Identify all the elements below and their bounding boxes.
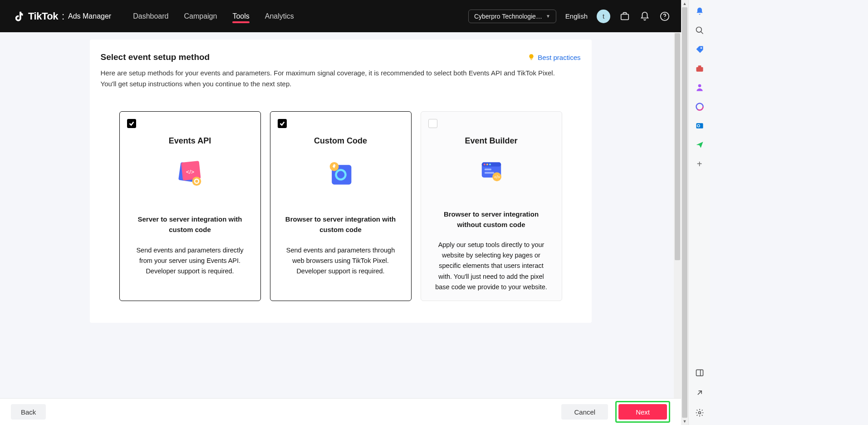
content-scrollbar[interactable]	[674, 32, 681, 398]
panel-icon[interactable]	[695, 368, 705, 378]
option-title: Event Builder	[465, 136, 517, 146]
svg-point-25	[698, 84, 701, 88]
best-practices-label: Best practices	[538, 54, 580, 61]
account-dropdown[interactable]: Cyberpro Technologie… ▼	[468, 10, 556, 23]
setup-card: Select event setup method Best practices…	[90, 40, 592, 323]
svg-point-33	[698, 412, 701, 414]
option-description: Apply our setup tools directly to your w…	[429, 240, 554, 292]
svg-rect-17	[484, 172, 494, 174]
svg-text:</>: </>	[186, 169, 194, 175]
add-icon[interactable]: +	[695, 159, 705, 169]
nav-tab-analytics[interactable]: Analytics	[265, 1, 294, 31]
brand-name: TikTok	[28, 10, 58, 22]
svg-line-21	[701, 32, 703, 34]
shopping-tag-icon[interactable]	[695, 44, 705, 54]
scroll-down-icon[interactable]: ▼	[681, 418, 688, 425]
nav-tab-dashboard[interactable]: Dashboard	[133, 1, 168, 31]
language-selector[interactable]: English	[565, 12, 588, 20]
toolbox-icon[interactable]	[695, 64, 705, 74]
checkbox-unchecked-icon[interactable]	[428, 119, 437, 128]
settings-gear-icon[interactable]	[695, 408, 705, 418]
option-event-builder[interactable]: Event Builder </> Browser to server inte…	[421, 111, 562, 301]
svg-rect-16	[484, 168, 491, 170]
browser-sidebar: +	[688, 0, 710, 425]
top-navbar: TikTok : Ads Manager Dashboard Campaign …	[0, 0, 681, 32]
svg-point-2	[664, 18, 665, 18]
cancel-button[interactable]: Cancel	[561, 404, 608, 420]
help-icon[interactable]	[659, 11, 670, 22]
options-row: Events API </> Server to server integrat…	[101, 111, 581, 301]
tiktok-logo-icon	[15, 10, 25, 22]
back-button[interactable]: Back	[11, 404, 46, 420]
content-area: Select event setup method Best practices…	[0, 32, 681, 425]
open-external-icon[interactable]	[695, 388, 705, 398]
footer-right: Cancel Next	[561, 401, 670, 423]
chevron-down-icon: ▼	[546, 14, 550, 19]
svg-rect-31	[696, 370, 703, 376]
nav-right: Cyberpro Technologie… ▼ English t	[468, 10, 670, 23]
svg-point-20	[696, 27, 701, 33]
option-title: Events API	[169, 136, 211, 146]
svg-text:</>: </>	[494, 175, 500, 179]
next-button[interactable]: Next	[618, 404, 667, 420]
svg-rect-3	[530, 59, 532, 60]
notifications-icon[interactable]	[639, 11, 650, 22]
office-icon[interactable]	[695, 102, 705, 112]
nav-tabs: Dashboard Campaign Tools Analytics	[133, 1, 294, 31]
page-scrollbar[interactable]: ▲ ▼	[681, 0, 688, 425]
page-title: Select event setup method	[101, 52, 210, 62]
option-description: Send events and parameters through web b…	[279, 245, 403, 277]
brand: TikTok : Ads Manager	[15, 10, 111, 22]
option-description: Send events and parameters directly from…	[128, 245, 252, 277]
nav-tab-tools[interactable]: Tools	[232, 1, 249, 31]
scrollbar-thumb[interactable]	[682, 7, 687, 418]
page-description: Here are setup methods for your events a…	[101, 68, 573, 89]
option-subtitle: Server to server integration with custom…	[128, 214, 252, 235]
checkbox-checked-icon[interactable]	[278, 119, 287, 128]
svg-point-7	[192, 177, 201, 186]
business-center-icon[interactable]	[619, 11, 630, 22]
svg-point-22	[700, 47, 701, 49]
svg-point-13	[483, 163, 485, 165]
option-title: Custom Code	[314, 136, 367, 146]
footer-bar: Back Cancel Next	[0, 398, 681, 425]
svg-point-14	[486, 163, 488, 165]
outlook-icon[interactable]	[695, 121, 705, 131]
browser-sidebar-bottom	[695, 368, 705, 425]
scroll-up-icon[interactable]: ▲	[681, 0, 688, 7]
person-icon[interactable]	[695, 83, 705, 93]
card-header: Select event setup method Best practices	[101, 52, 581, 62]
svg-rect-23	[696, 67, 703, 72]
content-scroll: Select event setup method Best practices…	[0, 32, 681, 425]
option-custom-code[interactable]: Custom Code Browser to server integratio…	[270, 111, 412, 301]
custom-code-illustration-icon	[324, 158, 357, 190]
brand-separator: :	[62, 10, 64, 22]
avatar[interactable]: t	[597, 10, 610, 23]
next-button-highlight: Next	[615, 401, 670, 423]
brand-product: Ads Manager	[68, 12, 111, 20]
nav-tab-campaign[interactable]: Campaign	[184, 1, 217, 31]
lightbulb-icon	[528, 54, 535, 61]
best-practices-link[interactable]: Best practices	[528, 54, 580, 61]
event-builder-illustration-icon: </>	[475, 158, 508, 185]
checkbox-checked-icon[interactable]	[127, 119, 136, 128]
send-icon[interactable]	[695, 140, 705, 150]
option-subtitle: Browser to server integration without cu…	[429, 209, 554, 230]
account-name: Cyberpro Technologie…	[474, 13, 542, 20]
events-api-illustration-icon: </>	[174, 158, 206, 190]
svg-rect-0	[621, 14, 629, 20]
option-events-api[interactable]: Events API </> Server to server integrat…	[119, 111, 261, 301]
search-icon[interactable]	[695, 25, 705, 35]
svg-point-30	[697, 125, 699, 127]
svg-point-15	[489, 163, 491, 165]
option-subtitle: Browser to server integration with custo…	[279, 214, 403, 235]
notifications-bell-icon[interactable]	[695, 6, 705, 16]
scrollbar-thumb[interactable]	[675, 33, 680, 260]
svg-rect-24	[698, 65, 701, 67]
